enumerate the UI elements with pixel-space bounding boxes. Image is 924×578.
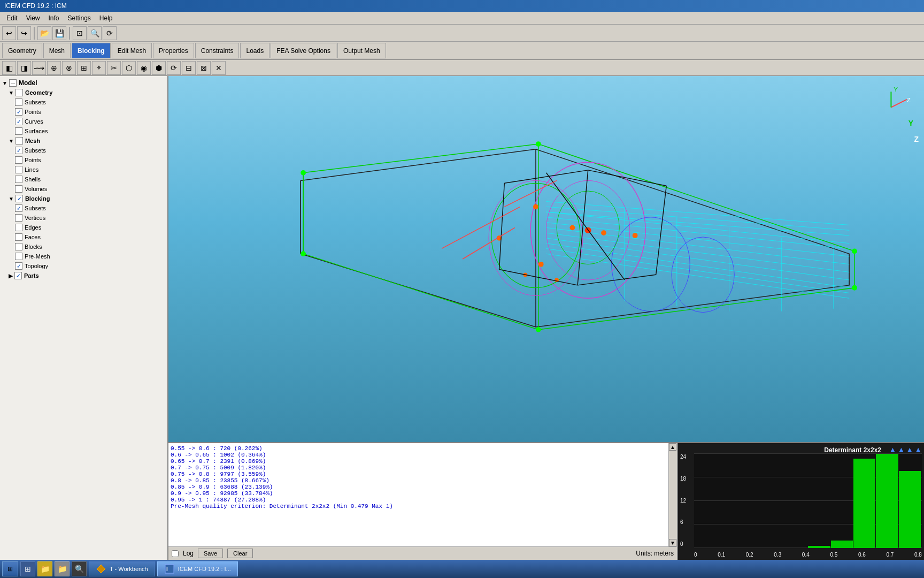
taskbar-icon-search[interactable]: 🔍: [72, 561, 87, 576]
blocking-subsets-checkbox[interactable]: [15, 204, 22, 212]
zoom-in-button[interactable]: 🔍: [88, 26, 102, 40]
mesh-checkbox[interactable]: [16, 137, 23, 144]
block-btn-15[interactable]: ✕: [212, 61, 226, 75]
chart-arrow-3[interactable]: ▲: [906, 445, 913, 454]
clear-log-button[interactable]: Clear: [227, 549, 253, 558]
menu-settings[interactable]: Settings: [64, 13, 95, 23]
model-checkbox[interactable]: [9, 79, 17, 87]
tree-geo-curves[interactable]: Curves: [0, 117, 167, 126]
tree-blocking-topology[interactable]: Topology: [0, 261, 167, 271]
blocking-vertices-checkbox[interactable]: [15, 214, 22, 222]
tab-loads[interactable]: Loads: [240, 43, 270, 58]
start-button[interactable]: ⊞: [2, 561, 18, 576]
block-btn-4[interactable]: ⊕: [47, 61, 61, 75]
zoom-fit-button[interactable]: ⊡: [73, 26, 87, 40]
tab-fea[interactable]: FEA Solve Options: [271, 43, 336, 58]
taskbar-icon-grid[interactable]: ⊞: [20, 561, 35, 576]
tree-geo-subsets[interactable]: Subsets: [0, 97, 167, 107]
block-btn-11[interactable]: ⬢: [152, 61, 166, 75]
mesh-points-checkbox[interactable]: [15, 156, 22, 164]
log-checkbox[interactable]: [172, 550, 179, 557]
tree-parts[interactable]: ▶ Parts: [0, 271, 167, 280]
block-btn-1[interactable]: ◧: [2, 61, 16, 75]
x-02: 0.2: [746, 552, 753, 558]
block-btn-8[interactable]: ✂: [107, 61, 121, 75]
tree-mesh-shells[interactable]: Shells: [0, 174, 167, 184]
taskbar-icon-folder1[interactable]: 📁: [37, 561, 52, 576]
tree-mesh-volumes[interactable]: Volumes: [0, 184, 167, 194]
tab-geometry[interactable]: Geometry: [2, 43, 42, 58]
block-btn-14[interactable]: ⊠: [197, 61, 211, 75]
tab-blocking[interactable]: Blocking: [72, 43, 111, 58]
redo-button[interactable]: ↪: [17, 26, 31, 40]
tree-mesh[interactable]: ▼ Mesh: [0, 136, 167, 146]
mesh-volumes-checkbox[interactable]: [15, 185, 22, 193]
mesh-subsets-checkbox[interactable]: [15, 147, 22, 154]
block-btn-7[interactable]: ⌖: [92, 61, 106, 75]
tree-blocking-subsets[interactable]: Subsets: [0, 203, 167, 213]
scroll-down-btn[interactable]: ▼: [669, 539, 676, 546]
tree-blocking-faces[interactable]: Faces: [0, 232, 167, 242]
blocking-topology-checkbox[interactable]: [15, 262, 22, 270]
blocking-faces-checkbox[interactable]: [15, 233, 22, 241]
blocking-edges-checkbox[interactable]: [15, 224, 22, 231]
taskbar-icon-folder2[interactable]: 📁: [55, 561, 70, 576]
block-btn-5[interactable]: ⊗: [62, 61, 76, 75]
model-svg: Y Z: [168, 76, 924, 442]
taskbar-icem[interactable]: I ICEM CFD 19.2 : I...: [157, 561, 238, 576]
menu-view[interactable]: View: [22, 13, 44, 23]
tab-edit-mesh[interactable]: Edit Mesh: [112, 43, 152, 58]
save-log-button[interactable]: Save: [198, 549, 223, 558]
block-btn-12[interactable]: ⟳: [167, 61, 181, 75]
log-scrollbar[interactable]: ▲ ▼: [668, 443, 677, 546]
parts-checkbox[interactable]: [14, 272, 22, 279]
tab-output[interactable]: Output Mesh: [337, 43, 386, 58]
block-btn-3[interactable]: ⟿: [32, 61, 46, 75]
menu-edit[interactable]: Edit: [2, 13, 22, 23]
tree-mesh-points[interactable]: Points: [0, 155, 167, 165]
geo-points-checkbox[interactable]: [15, 108, 22, 116]
chart-arrow-4[interactable]: ▲: [914, 445, 922, 454]
tree-geo-surfaces[interactable]: Surfaces: [0, 126, 167, 136]
taskbar-workbench[interactable]: T - Workbench: [89, 561, 155, 576]
start-icon: ⊞: [7, 565, 13, 573]
block-btn-9[interactable]: ⬡: [122, 61, 136, 75]
scroll-up-btn[interactable]: ▲: [669, 443, 676, 451]
tree-geo-points[interactable]: Points: [0, 107, 167, 117]
geo-curves-checkbox[interactable]: [15, 118, 22, 125]
menu-help[interactable]: Help: [95, 13, 117, 23]
menu-info[interactable]: Info: [44, 13, 63, 23]
mesh-shells-checkbox[interactable]: [15, 176, 22, 183]
geo-checkbox[interactable]: [16, 89, 23, 96]
blocking-checkbox[interactable]: [16, 195, 23, 202]
block-btn-10[interactable]: ◉: [137, 61, 151, 75]
block-btn-13[interactable]: ⊟: [182, 61, 196, 75]
tree-geometry[interactable]: ▼ Geometry: [0, 88, 167, 97]
tab-properties[interactable]: Properties: [153, 43, 194, 58]
tree-blocking[interactable]: ▼ Blocking: [0, 194, 167, 203]
log-content[interactable]: 0.55 -> 0.6 : 720 (0.262%) 0.6 -> 0.65 :…: [168, 443, 668, 546]
tab-mesh[interactable]: Mesh: [43, 43, 71, 58]
geo-subsets-checkbox[interactable]: [15, 98, 22, 106]
tree-blocking-blocks[interactable]: Blocks: [0, 242, 167, 252]
geo-surfaces-checkbox[interactable]: [15, 127, 22, 135]
block-btn-2[interactable]: ◨: [17, 61, 31, 75]
open-button[interactable]: 📂: [37, 26, 51, 40]
viewport[interactable]: Y Z Y Z: [168, 76, 924, 442]
tab-constraints[interactable]: Constraints: [195, 43, 240, 58]
tree-blocking-vertices[interactable]: Vertices: [0, 213, 167, 223]
rotate-button[interactable]: ⟳: [103, 26, 117, 40]
tree-blocking-premesh[interactable]: Pre-Mesh: [0, 252, 167, 261]
tree-mesh-lines[interactable]: Lines: [0, 165, 167, 174]
chart-arrow-1[interactable]: ▲: [889, 445, 897, 454]
save-toolbar-button[interactable]: 💾: [52, 26, 66, 40]
chart-arrow-2[interactable]: ▲: [897, 445, 905, 454]
block-btn-6[interactable]: ⊞: [77, 61, 91, 75]
blocking-premesh-checkbox[interactable]: [15, 253, 22, 260]
blocking-blocks-checkbox[interactable]: [15, 243, 22, 250]
mesh-lines-checkbox[interactable]: [15, 166, 22, 173]
tree-mesh-subsets[interactable]: Subsets: [0, 146, 167, 155]
tree-model[interactable]: ▼ Model: [0, 78, 167, 88]
undo-button[interactable]: ↩: [2, 26, 16, 40]
tree-blocking-edges[interactable]: Edges: [0, 223, 167, 232]
